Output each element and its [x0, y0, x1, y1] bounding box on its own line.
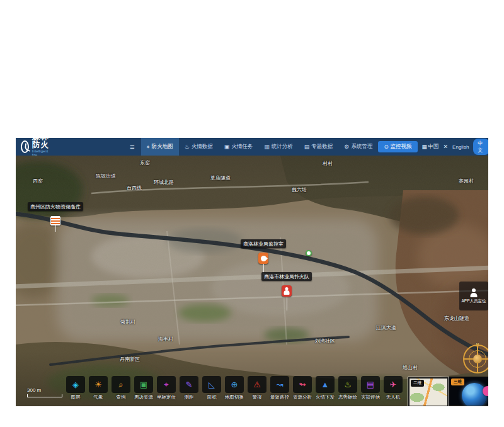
marker-label-fire-team[interactable]: 商洛市林业局扑火队: [261, 272, 312, 281]
damage-assess-icon: ▤: [367, 380, 374, 389]
map-place-label: 魏六塔: [292, 186, 307, 193]
map-place-label: 村村: [323, 160, 333, 167]
compass-globe-icon: [473, 355, 482, 363]
tool-label: 周边资源: [134, 394, 153, 401]
satellite-map[interactable]: 东窑村村陈塬街道草庙隧道西窑环城北路寨园村百西线魏六塔紫荆村海丰村丹南新区刘湾社…: [16, 156, 488, 406]
app-title: 森林防火: [32, 138, 54, 149]
drone-icon: ✈: [390, 380, 397, 389]
marker-label-monitor-room[interactable]: 商洛林业局监控室: [241, 239, 286, 248]
marker-leader-line: [287, 297, 287, 310]
topic-data-icon: ▤: [304, 144, 310, 150]
nav-tab-topic-data[interactable]: ▤专题数据: [299, 138, 339, 156]
nav-tab-label: 防火地图: [152, 143, 173, 151]
fire-dispatch-icon: ▲: [321, 380, 329, 389]
marker-leader-line: [55, 225, 56, 232]
map-place-label: 海丰村: [158, 336, 173, 343]
marker-label-warehouse[interactable]: 商州区防火物资储备库: [28, 202, 83, 211]
minimap-2d-preview[interactable]: 二维: [408, 377, 449, 406]
stats-icon: ▥: [264, 144, 270, 150]
marker-fire-team[interactable]: [282, 285, 292, 310]
tool-drone[interactable]: ✈无人机: [382, 376, 404, 401]
tool-layers[interactable]: ◈图层: [65, 376, 86, 401]
fullscreen-icon[interactable]: ✕: [444, 144, 449, 150]
fire-data-icon: ♨: [185, 144, 190, 150]
tool-map-switch[interactable]: ⊕地图切换: [224, 376, 245, 401]
nav-tab-label: 专题数据: [311, 143, 333, 151]
nav-tab-label: 统计分析: [272, 143, 293, 151]
top-nav-bar: 森林防火 Intelligent fire prevention ≡ ⌖防火地图…: [16, 138, 488, 156]
tool-label: 查询: [117, 394, 126, 401]
compass-control[interactable]: N: [463, 344, 488, 373]
tool-fire-dispatch[interactable]: ▲火情下发: [314, 376, 336, 401]
map-scale: 300 m: [27, 387, 62, 397]
tool-label: 面积: [207, 394, 217, 401]
nav-tab-fire-map[interactable]: ⌖防火地图: [141, 138, 179, 156]
globe-side-button[interactable]: [483, 386, 488, 396]
tool-label: 警报: [253, 394, 262, 401]
tool-resource-analysis[interactable]: ↬资源分析: [292, 376, 313, 401]
monitor-video-button[interactable]: ⊙ 监控视频: [378, 141, 417, 152]
region-selector[interactable]: ▦ 中国: [422, 143, 439, 151]
tool-weather[interactable]: ☀气象: [88, 376, 109, 401]
tool-damage-assess[interactable]: ▤灾损评估: [360, 376, 381, 401]
layers-icon: ◈: [72, 380, 79, 389]
map-place-label: 东窑: [140, 159, 150, 166]
map-place-label: 旭山村: [403, 364, 418, 371]
tool-coordinate-locate[interactable]: ⌖坐标定位: [156, 376, 177, 401]
map-switch-icon: ⊕: [231, 380, 238, 389]
map-place-label: 刘湾社区: [315, 338, 335, 344]
tool-label: 资源分析: [293, 394, 312, 401]
header-right-cluster: ⊙ 监控视频 ▦ 中国 ✕ English 中文 您好 admin3 ⚙: [378, 139, 488, 155]
measure-distance-icon: ✎: [186, 380, 193, 389]
tool-nearby-resources[interactable]: ▣周边资源: [133, 376, 154, 401]
nav-tab-label: 火情数据: [192, 143, 213, 151]
tool-label: 图层: [71, 394, 81, 401]
tool-label: 态势标绘: [338, 394, 357, 401]
weather-icon: ☀: [94, 380, 102, 389]
globe-3d-preview[interactable]: 三维: [449, 377, 488, 406]
tool-label: 坐标定位: [157, 394, 176, 401]
nav-tab-label: 系统管理: [351, 143, 372, 151]
nav-tab-stats[interactable]: ▥统计分析: [258, 138, 299, 156]
alarm-icon: ⚠: [253, 380, 261, 389]
screenshot-canvas: 森林防火 Intelligent fire prevention ≡ ⌖防火地图…: [0, 0, 504, 427]
region-icon: ▦: [422, 144, 427, 150]
tool-measure-distance[interactable]: ✎测距: [178, 376, 200, 401]
tool-label: 气象: [94, 394, 103, 401]
map-toolbar: ◈图层☀气象⌕查询▣周边资源⌖坐标定位✎测距◺面积⊕地图切换⚠警报↝最短路径↬资…: [65, 376, 404, 401]
scale-label: 300 m: [27, 387, 41, 393]
map-place-label: 紫荆村: [120, 319, 135, 326]
tool-label: 地图切换: [225, 394, 244, 401]
search-icon: ⌕: [118, 380, 123, 390]
map-place-label: 百西线: [127, 185, 142, 191]
flame-icon: [258, 253, 268, 264]
map-place-label: 丹南新区: [120, 356, 140, 363]
nav-tab-system[interactable]: ⚙系统管理: [338, 138, 378, 156]
nav-tab-fire-task[interactable]: ▣火情任务: [219, 138, 259, 156]
person-icon: [470, 288, 478, 297]
warehouse-icon: [50, 216, 60, 225]
resource-analysis-icon: ↬: [299, 380, 306, 389]
nav-tab-fire-data[interactable]: ♨火情数据: [179, 138, 219, 156]
camera-poi-icon[interactable]: [306, 250, 312, 256]
marker-warehouse[interactable]: [50, 216, 60, 232]
hamburger-menu-icon[interactable]: ≡: [130, 142, 135, 152]
fire-map-icon: ⌖: [147, 144, 150, 151]
tool-label: 灾损评估: [361, 394, 380, 401]
lang-chinese-button[interactable]: 中文: [473, 139, 488, 155]
minimap-tag: 二维: [411, 380, 424, 387]
tool-measure-area[interactable]: ◺面积: [201, 376, 222, 401]
tool-label: 无人机: [386, 394, 401, 401]
app-personnel-locator-panel[interactable]: APP人员定位: [459, 282, 488, 310]
tool-shortest-path[interactable]: ↝最短路径: [269, 376, 290, 401]
app-window: 森林防火 Intelligent fire prevention ≡ ⌖防火地图…: [16, 138, 488, 406]
tool-situation-plot[interactable]: ♨态势标绘: [337, 376, 358, 401]
tool-search[interactable]: ⌕查询: [110, 376, 132, 401]
situation-plot-icon: ♨: [344, 380, 352, 389]
shortest-path-icon: ↝: [277, 380, 284, 389]
fire-task-icon: ▣: [224, 144, 230, 150]
map-place-label: 陈塬街道: [96, 173, 116, 179]
coordinate-locate-icon: ⌖: [164, 380, 168, 390]
tool-alarm[interactable]: ⚠警报: [246, 376, 268, 401]
lang-english-button[interactable]: English: [452, 144, 469, 150]
